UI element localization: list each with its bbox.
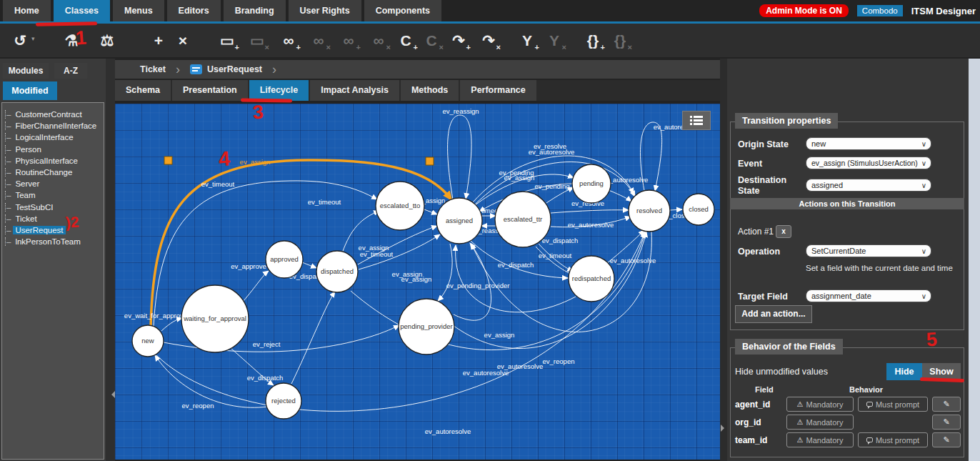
nav-tab-menus[interactable]: Menus [113,0,164,21]
chevron-down-icon: ∨ [921,246,926,257]
tab-lifecycle[interactable]: Lifecycle [249,80,309,101]
transition-edge-ev_resolve[interactable] [551,210,629,213]
link-add-icon[interactable]: ∞+ [276,29,301,52]
transition-edge-ev_wait_for_approval[interactable] [161,318,182,331]
right-splitter[interactable] [720,59,727,461]
field-add-icon[interactable]: ▭+ [214,29,240,52]
sidebar-tab-modules[interactable]: Modules [3,63,49,79]
breadcrumb-userrequest[interactable]: UserRequest [207,64,262,74]
undo-icon[interactable]: ↺ [7,29,33,52]
compare-scales-icon[interactable]: ⚖ [94,29,120,52]
sidebar-item-customercontract[interactable]: –CustomerContract [5,109,104,120]
speech-bubble-icon [866,402,873,407]
tab-impact-analysis[interactable]: Impact Analysis [310,80,399,101]
lifecycle-canvas[interactable]: ev_assignev_timeoutev_timeoutev_approvee… [115,104,720,460]
breadcrumb-ticket[interactable]: Ticket [140,64,166,74]
edge-handle[interactable] [426,157,434,165]
nav-tabs: HomeClassesMenusEditorsBrandingUser Righ… [0,0,441,21]
sidebar-item-userrequest[interactable]: –UserRequest [5,224,104,236]
target-field-select[interactable]: assignment_date∨ [806,289,931,302]
edge-label-ev_assign: ev_assign [484,331,515,339]
stimulus-delete-icon: C× [419,29,444,52]
operation-select[interactable]: SetCurrentDate∨ [806,244,931,257]
sidebar-item-label: Ticket [13,214,39,223]
mandatory-chip[interactable]: ⚠Mandatory [786,397,854,412]
nav-tab-home[interactable]: Home [3,0,51,21]
origin-state-label: Origin State [738,139,804,150]
hide-button[interactable]: Hide [886,363,922,380]
tab-performance[interactable]: Performance [460,80,536,101]
must-prompt-chip[interactable]: Must prompt [858,432,928,447]
sidebar-tab-az[interactable]: A-Z [54,63,87,79]
event-label: Event [738,159,804,169]
transition-edge-ev_dispatch[interactable] [291,292,335,384]
edge-label-ev_approve: ev_approve [231,262,266,270]
transition-delete-icon[interactable]: ↷× [476,29,501,52]
add-action-button[interactable]: Add an action... [735,305,812,323]
diagram-list-view-button[interactable] [682,111,711,130]
show-button[interactable]: Show [922,363,961,380]
tree-branch-icon: – [5,157,11,165]
sidebar-item-label: PhysicalInterface [13,157,80,165]
edge-label-ev_autoresolve: ev_autoresolve [463,369,509,377]
combodo-badge[interactable]: Combodo [857,5,903,16]
braces-add-icon[interactable]: {}+ [580,29,606,52]
edge-handle[interactable] [164,157,172,164]
nav-tab-components[interactable]: Components [364,0,441,21]
sidebar-item-fiberchannelinterface[interactable]: –FiberChannelInterface [5,120,104,132]
sidebar-item-team[interactable]: –Team [5,189,104,201]
tab-methods[interactable]: Methods [401,80,459,101]
new-class-flask-icon[interactable]: ⚗ [59,29,84,52]
sidebar-item-ticket[interactable]: –Ticket [5,213,104,224]
delete-icon[interactable]: × [170,29,196,52]
sidebar-item-server[interactable]: –Server [5,178,104,189]
sidebar-item-label: CustomerContract [13,110,84,119]
nav-tab-user-rights[interactable]: User Rights [289,0,361,21]
nav-tab-branding[interactable]: Branding [224,0,286,21]
sidebar-item-label: Team [13,191,37,199]
edit-behavior-button[interactable]: ✎ [932,397,961,412]
destination-state-select[interactable]: assigned∨ [806,179,931,192]
mandatory-chip[interactable]: ⚠Mandatory [786,415,854,430]
edit-behavior-button[interactable]: ✎ [932,432,961,447]
sidebar-item-lnkpersontoteam[interactable]: –lnkPersonToTeam [5,236,104,247]
sidebar-item-person[interactable]: –Person [5,144,104,155]
toolbar: ▾ ↺⚗⚖+×▭+▭×∞+∞×∞+∞×C+C×↷+↷×Y+Y×{}+{}× [0,24,980,57]
external-key-delete-icon: ∞× [366,29,391,52]
app-title: ITSM Designer [911,6,977,16]
transition-edge-ev_assign[interactable] [424,209,437,214]
stimulus-add-icon[interactable]: C+ [393,29,419,52]
transition-edge-ev_pending_provider[interactable] [438,244,452,301]
collapse-left-icon[interactable] [108,391,115,398]
sidebar-item-testsubci[interactable]: –TestSubCI [5,202,104,213]
add-icon[interactable]: + [146,29,171,52]
sidebar-item-routinechange[interactable]: –RoutineChange [5,167,104,178]
transition-edge-ev_autoresolve[interactable] [609,190,631,202]
sidebar-item-label: LogicalInterface [13,133,75,142]
event-select[interactable]: ev_assign (StimulusUserAction)∨ [806,157,931,169]
transition-edge-ev_approve[interactable] [243,271,269,302]
left-splitter[interactable] [106,59,115,461]
tree-branch-icon: – [5,214,11,223]
transition-add-icon[interactable]: ↷+ [446,29,471,52]
transition-edge-ev_dispatch[interactable] [302,262,316,268]
sidebar-item-logicalinterface[interactable]: –LogicalInterface [5,132,104,143]
hierarchy-add-icon[interactable]: Y+ [514,29,540,52]
nav-tab-editors[interactable]: Editors [167,0,221,21]
tab-presentation[interactable]: Presentation [172,80,248,101]
sidebar-item-physicalinterface[interactable]: –PhysicalInterface [5,155,104,167]
origin-state-select[interactable]: new∨ [806,137,931,150]
transition-edge-ev_reassign[interactable] [448,115,471,199]
state-label-escalated_tto: escalated_tto [380,202,421,209]
sidebar-tab-modified[interactable]: Modified [3,81,57,100]
tab-schema[interactable]: Schema [115,80,171,101]
mandatory-chip[interactable]: ⚠Mandatory [786,432,854,447]
properties-panel: Transition properties Origin State new∨ … [727,59,969,461]
nav-tab-classes[interactable]: Classes [54,0,110,21]
remove-action-button[interactable]: x [776,225,791,238]
transition-edge-ev_close[interactable] [670,209,682,210]
must-prompt-chip[interactable]: Must prompt [858,397,928,412]
vertical-scrollbar[interactable] [969,59,980,461]
edit-behavior-button[interactable]: ✎ [932,415,961,430]
transition-edge-ev_autoresolve[interactable] [453,232,646,349]
